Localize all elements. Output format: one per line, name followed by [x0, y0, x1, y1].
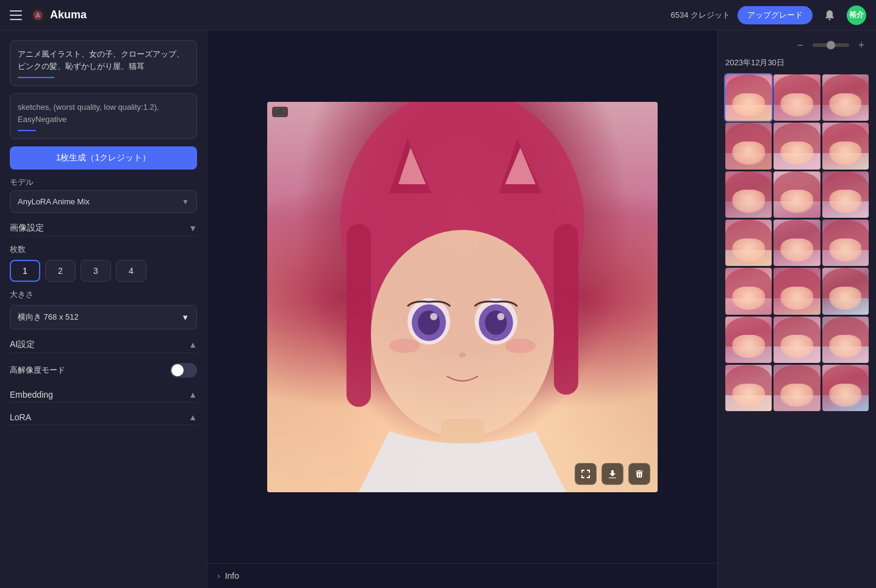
- gallery-item[interactable]: [725, 268, 772, 314]
- lora-title: LoRA: [10, 412, 31, 422]
- hd-mode-label: 高解像度モード: [10, 365, 65, 376]
- notification-bell-icon[interactable]: [820, 5, 839, 25]
- ai-settings-title: AI設定: [10, 339, 35, 350]
- negative-prompt-text: sketches, (worst quality, low quality:1.…: [18, 101, 189, 125]
- count-buttons: 1 2 3 4: [10, 260, 197, 282]
- gallery-item[interactable]: [774, 268, 820, 314]
- positive-prompt-text: アニメ風イラスト、女の子、クローズアップ、ピンクの髪、恥ずかしがり屋、猫耳: [18, 48, 189, 72]
- count-btn-1[interactable]: 1: [10, 260, 40, 282]
- svg-point-18: [497, 313, 504, 320]
- gallery-item[interactable]: [774, 74, 820, 121]
- gallery-item[interactable]: [822, 317, 869, 363]
- gallery-item[interactable]: [822, 171, 869, 218]
- hd-mode-row: 高解像度モード: [10, 360, 197, 380]
- user-avatar[interactable]: 裕介: [847, 5, 866, 25]
- zoom-thumb: [827, 41, 835, 49]
- svg-point-19: [459, 353, 466, 357]
- image-settings-title: 画像設定: [10, 223, 44, 234]
- logo[interactable]: A Akuma: [29, 7, 87, 24]
- model-value: AnyLoRA Anime Mix: [18, 197, 90, 206]
- svg-rect-5: [554, 224, 578, 395]
- positive-prompt-area[interactable]: アニメ風イラスト、女の子、クローズアップ、ピンクの髪、恥ずかしがり屋、猫耳: [10, 40, 197, 86]
- svg-point-17: [430, 313, 437, 320]
- toggle-knob: [171, 364, 184, 376]
- embedding-header[interactable]: Embedding ▲: [10, 387, 197, 403]
- gallery-item[interactable]: [822, 268, 869, 314]
- menu-icon[interactable]: [10, 10, 22, 20]
- hd-mode-toggle[interactable]: [170, 363, 197, 378]
- gallery: − + 2023年12月30日: [717, 30, 876, 588]
- model-label: モデル: [10, 177, 197, 188]
- count-btn-4[interactable]: 4: [116, 260, 146, 282]
- download-button[interactable]: [601, 463, 623, 485]
- gallery-zoom-bar: − +: [725, 38, 869, 52]
- svg-point-15: [418, 310, 440, 335]
- zoom-in-button[interactable]: +: [854, 38, 869, 52]
- upgrade-button[interactable]: アップグレード: [738, 6, 813, 24]
- image-settings-section: 画像設定 ▼: [10, 220, 197, 237]
- image-actions: [575, 463, 650, 485]
- lora-section: LoRA ▲: [10, 410, 197, 425]
- info-bar[interactable]: › Info: [207, 563, 717, 588]
- expand-button[interactable]: [575, 463, 597, 485]
- lora-header[interactable]: LoRA ▲: [10, 410, 197, 425]
- count-btn-2[interactable]: 2: [45, 260, 76, 282]
- count-label: 枚数: [10, 244, 197, 255]
- svg-point-21: [505, 339, 536, 353]
- gallery-item[interactable]: [725, 220, 772, 266]
- ai-settings-header[interactable]: AI設定 ▲: [10, 337, 197, 353]
- svg-rect-4: [346, 224, 371, 407]
- model-select[interactable]: AnyLoRA Anime Mix ▼: [10, 190, 197, 213]
- negative-prompt-area[interactable]: sketches, (worst quality, low quality:1.…: [10, 93, 197, 139]
- embedding-section: Embedding ▲: [10, 387, 197, 403]
- gallery-item[interactable]: [822, 220, 869, 266]
- info-chevron-icon: ›: [217, 571, 220, 581]
- gallery-item[interactable]: [774, 317, 820, 363]
- svg-point-10: [371, 230, 554, 437]
- ai-settings-section: AI設定 ▲: [10, 337, 197, 353]
- generate-button[interactable]: 1枚生成（1クレジット）: [10, 146, 197, 170]
- gallery-item[interactable]: [725, 74, 772, 121]
- model-select-arrow-icon: ▼: [182, 198, 189, 206]
- delete-button[interactable]: [628, 463, 650, 485]
- gallery-item[interactable]: [774, 365, 820, 411]
- count-btn-3[interactable]: 3: [81, 260, 111, 282]
- size-select-arrow-icon: ▼: [181, 313, 189, 322]
- gallery-item[interactable]: [822, 123, 869, 169]
- gallery-item[interactable]: [725, 171, 772, 218]
- gallery-date: 2023年12月30日: [725, 57, 869, 68]
- gallery-item[interactable]: [725, 123, 772, 169]
- svg-point-2: [829, 18, 831, 20]
- logo-icon: A: [29, 7, 46, 24]
- main-image-container: ⬛: [267, 102, 658, 492]
- size-label: 大きさ: [10, 289, 197, 300]
- lora-collapse-icon: ▲: [188, 412, 197, 422]
- prompt-underline: [18, 77, 54, 78]
- size-section: 大きさ 横向き 768 x 512 ▼: [10, 289, 197, 329]
- count-section: 枚数 1 2 3 4: [10, 244, 197, 282]
- credits-display: 6534 クレジット: [670, 10, 730, 21]
- image-settings-header[interactable]: 画像設定 ▼: [10, 220, 197, 237]
- gallery-grid: [725, 74, 869, 411]
- zoom-slider[interactable]: [813, 43, 849, 47]
- sidebar: アニメ風イラスト、女の子、クローズアップ、ピンクの髪、恥ずかしがり屋、猫耳 sk…: [0, 30, 207, 588]
- info-label: Info: [225, 571, 239, 581]
- main-layout: アニメ風イラスト、女の子、クローズアップ、ピンクの髪、恥ずかしがり屋、猫耳 sk…: [0, 30, 876, 588]
- gallery-item[interactable]: [774, 171, 820, 218]
- gallery-item[interactable]: [774, 123, 820, 169]
- size-select[interactable]: 横向き 768 x 512 ▼: [10, 305, 197, 329]
- gallery-item[interactable]: [725, 317, 772, 363]
- gallery-item[interactable]: [774, 220, 820, 266]
- anime-face-svg: [267, 102, 658, 492]
- gallery-item[interactable]: [725, 365, 772, 411]
- embedding-title: Embedding: [10, 390, 53, 400]
- ai-settings-collapse-icon: ▲: [188, 340, 197, 350]
- gallery-item[interactable]: [822, 74, 869, 121]
- svg-text:A: A: [35, 12, 40, 19]
- header: A Akuma 6534 クレジット アップグレード 裕介: [0, 0, 876, 30]
- model-section: モデル AnyLoRA Anime Mix ▼: [10, 177, 197, 213]
- zoom-out-button[interactable]: −: [793, 38, 808, 52]
- svg-point-20: [389, 339, 420, 353]
- gallery-item[interactable]: [822, 365, 869, 411]
- main-image[interactable]: ⬛: [267, 102, 658, 492]
